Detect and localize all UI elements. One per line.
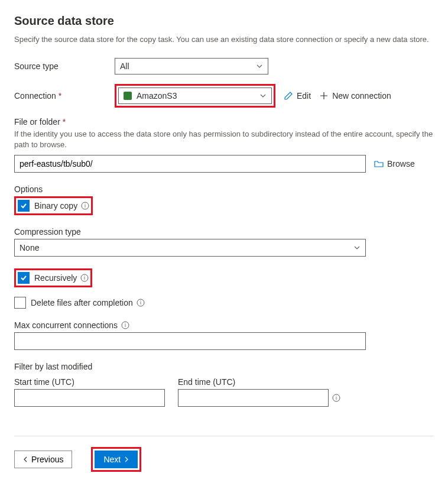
compression-select[interactable]: None <box>14 239 366 257</box>
svg-text:i: i <box>84 275 85 281</box>
filter-label: Filter by last modified <box>14 362 434 371</box>
svg-text:i: i <box>85 203 86 209</box>
chevron-right-icon <box>123 456 129 462</box>
previous-button[interactable]: Previous <box>14 451 72 468</box>
next-label: Next <box>103 455 121 464</box>
info-icon[interactable]: i <box>332 394 340 402</box>
connection-highlight: AmazonS3 <box>115 84 275 108</box>
source-type-label: Source type <box>14 61 115 71</box>
max-concurrent-label: Max concurrent connections i <box>14 320 129 330</box>
chevron-down-icon <box>259 92 267 99</box>
start-time-input[interactable] <box>14 389 165 407</box>
recursively-label: Recursively <box>34 273 77 283</box>
svg-text:i: i <box>336 395 337 401</box>
max-concurrent-input[interactable] <box>14 332 366 350</box>
file-folder-helper: If the identity you use to access the da… <box>14 129 434 150</box>
edit-connection-link[interactable]: Edit <box>284 91 311 101</box>
file-folder-label: File or folder <box>14 117 434 127</box>
page-subtitle: Specify the source data store for the co… <box>14 35 434 44</box>
next-highlight: Next <box>91 447 141 472</box>
binary-copy-highlight: Binary copy i <box>14 196 93 215</box>
svg-text:i: i <box>125 322 126 328</box>
compression-value: None <box>20 243 39 252</box>
info-icon[interactable]: i <box>121 321 129 329</box>
compression-label: Compression type <box>14 227 434 236</box>
chevron-down-icon <box>256 63 263 70</box>
connection-value: AmazonS3 <box>137 91 177 101</box>
start-time-label: Start time (UTC) <box>14 377 165 387</box>
amazon-s3-icon <box>124 92 132 100</box>
info-icon[interactable]: i <box>137 299 145 307</box>
next-button[interactable]: Next <box>95 451 138 468</box>
file-folder-input[interactable] <box>14 155 366 173</box>
folder-icon <box>374 159 384 169</box>
new-connection-label: New connection <box>332 91 391 101</box>
info-icon[interactable]: i <box>81 202 89 210</box>
pencil-icon <box>284 91 293 101</box>
edit-label: Edit <box>297 91 311 101</box>
previous-label: Previous <box>31 455 63 464</box>
browse-link[interactable]: Browse <box>374 159 415 169</box>
options-label: Options <box>14 184 434 194</box>
info-icon[interactable]: i <box>80 274 89 282</box>
browse-label: Browse <box>387 159 415 169</box>
new-connection-link[interactable]: New connection <box>319 91 391 101</box>
source-type-value: All <box>120 61 129 71</box>
binary-copy-checkbox[interactable] <box>18 200 30 212</box>
recursively-highlight: Recursively i <box>14 268 92 287</box>
svg-text:i: i <box>140 300 141 306</box>
max-concurrent-label-text: Max concurrent connections <box>14 320 118 330</box>
recursively-checkbox[interactable] <box>18 272 30 284</box>
connection-label: Connection <box>14 91 115 101</box>
page-title: Source data store <box>14 14 434 28</box>
binary-copy-label: Binary copy <box>34 201 77 210</box>
end-time-input[interactable] <box>178 389 329 407</box>
footer: Previous Next <box>14 436 434 472</box>
plus-icon <box>319 91 329 101</box>
source-type-select[interactable]: All <box>115 58 268 74</box>
chevron-left-icon <box>23 456 29 462</box>
end-time-label: End time (UTC) <box>178 377 340 387</box>
delete-after-checkbox[interactable] <box>14 297 26 309</box>
chevron-down-icon <box>353 244 361 251</box>
delete-after-label: Delete files after completion <box>31 298 133 307</box>
connection-select[interactable]: AmazonS3 <box>118 88 272 104</box>
